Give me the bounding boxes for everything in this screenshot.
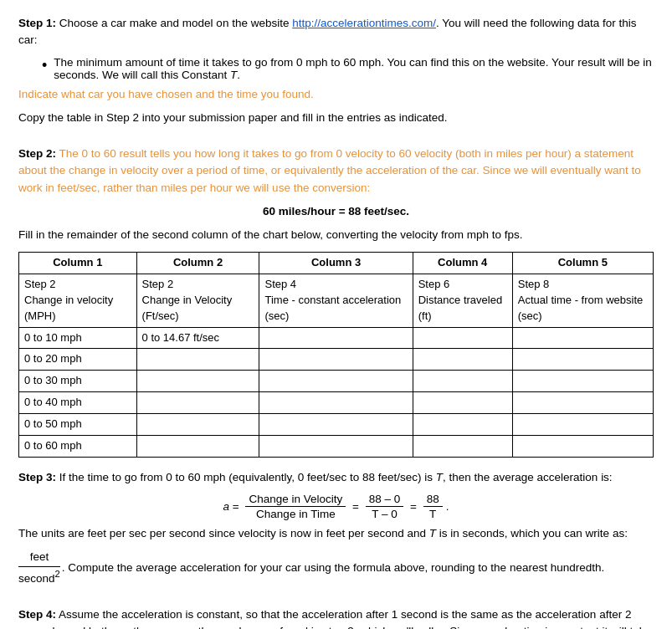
col3-header: Column 3 [259, 253, 413, 274]
col4-cell [413, 392, 512, 414]
col2-cell: 0 to 14.67 ft/sec [136, 327, 259, 349]
step2-text1: The 0 to 60 result tells you how long it… [18, 147, 641, 194]
step1-text1: Choose a car make and model on the websi… [56, 17, 292, 29]
col2-header: Column 2 [136, 253, 259, 274]
table-row: 0 to 30 mph [19, 371, 654, 392]
col4-sub: Step 6 Distance traveled (ft) [413, 274, 512, 328]
fraction2-numerator: 88 – 0 [366, 493, 404, 507]
col2-sub: Step 2 Change in Velocity (Ft/sec) [136, 274, 259, 328]
col4-cell [413, 327, 512, 349]
fraction3-denominator: T [426, 507, 439, 520]
fraction-1: Change in Velocity Change in Time [245, 493, 346, 520]
col1-cell: 0 to 50 mph [19, 414, 137, 436]
step1-paragraph: Step 1: Choose a car make and model on t… [18, 15, 654, 49]
col1-cell: 0 to 40 mph [19, 392, 137, 414]
step1-link[interactable]: http://accelerationtimes.com/ [292, 17, 436, 29]
fraction-2: 88 – 0 T – 0 [366, 493, 404, 520]
col3-cell [259, 435, 413, 457]
col1-sub: Step 2 Change in velocity (MPH) [19, 274, 137, 328]
col2-cell [136, 435, 259, 457]
step2-text2: Fill in the remainder of the second colu… [18, 227, 654, 243]
table-row: 0 to 50 mph [19, 414, 654, 436]
col3-sub: Step 4 Time - constant acceleration (sec… [259, 274, 413, 328]
col3-cell [259, 392, 413, 414]
step1-bullet-text: The minimum amount of time it takes to g… [54, 56, 654, 81]
step2-formula-center: 60 miles/hour = 88 feet/sec. [18, 203, 654, 220]
col4-cell [413, 349, 512, 371]
step3-T: T [436, 471, 443, 483]
col4-header: Column 4 [413, 253, 512, 274]
col5-header: Column 5 [512, 253, 653, 274]
col1-header: Column 1 [19, 253, 137, 274]
col5-cell [512, 371, 653, 392]
step1-indicate: Indicate what car you have chosen and th… [18, 86, 654, 103]
table-subheader-row: Step 2 Change in velocity (MPH) Step 2 C… [19, 274, 654, 328]
step2-paragraph: Step 2: The 0 to 60 result tells you how… [18, 146, 654, 197]
col3-cell [259, 414, 413, 436]
col3-cell [259, 349, 413, 371]
col5-cell [512, 392, 653, 414]
formula-eq2: = [407, 500, 419, 513]
step3-text1: If the time to go from 0 to 60 mph (equi… [56, 471, 436, 483]
step4-label: Step 4: [18, 608, 56, 621]
col5-cell [512, 349, 653, 371]
table-header-row: Column 1 Column 2 Column 3 Column 4 Colu… [19, 253, 654, 274]
formula-a: a = [223, 500, 243, 513]
col1-cell: 0 to 10 mph [19, 327, 137, 349]
table-row: 0 to 20 mph [19, 349, 654, 371]
step2-label: Step 2: [18, 147, 56, 160]
col5-cell [512, 435, 653, 457]
step1-bullet: • The minimum amount of time it takes to… [42, 56, 654, 81]
step3-paragraph: Step 3: If the time to go from 0 to 60 m… [18, 469, 654, 486]
step3-label: Step 3: [18, 471, 56, 483]
col2-cell [136, 392, 259, 414]
col4-cell [413, 435, 512, 457]
fraction-3: 88 T [423, 493, 443, 520]
step1-copy: Copy the table in Step 2 into your submi… [18, 110, 654, 126]
fraction3-numerator: 88 [423, 493, 443, 507]
formula-period: . [446, 500, 449, 513]
col2-cell [136, 414, 259, 436]
step4-paragraph: Step 4: Assume the acceleration is const… [18, 606, 654, 629]
col4-cell [413, 414, 512, 436]
col4-cell [413, 371, 512, 392]
feet-per-second-fraction: feetsecond2 [18, 549, 60, 587]
table-row: 0 to 10 mph0 to 14.67 ft/sec [19, 327, 654, 349]
step3-fraction-text: feetsecond2. Compute the average acceler… [18, 549, 654, 587]
step3-text2: , then the average acceleration is: [443, 471, 613, 483]
col5-sub: Step 8 Actual time - from website (sec) [512, 274, 653, 328]
col2-cell [136, 371, 259, 392]
table-row: 0 to 60 mph [19, 435, 654, 457]
col3-cell [259, 327, 413, 349]
formula-eq1: = [349, 500, 362, 513]
col5-cell [512, 327, 653, 349]
col2-cell [136, 349, 259, 371]
col5-cell [512, 414, 653, 436]
table-row: 0 to 40 mph [19, 392, 654, 414]
data-table: Column 1 Column 2 Column 3 Column 4 Colu… [18, 252, 654, 457]
step3-text3: The units are feet per sec per second si… [18, 525, 654, 542]
col1-cell: 0 to 20 mph [19, 349, 137, 371]
col3-cell [259, 371, 413, 392]
fraction1-denominator: Change in Time [253, 507, 339, 520]
fraction2-denominator: T – 0 [368, 507, 401, 520]
table-body: 0 to 10 mph0 to 14.67 ft/sec0 to 20 mph0… [19, 327, 654, 457]
col1-cell: 0 to 30 mph [19, 371, 137, 392]
bullet-dot: • [42, 56, 47, 75]
fraction1-numerator: Change in Velocity [245, 493, 346, 507]
step3-formula: a = Change in Velocity Change in Time = … [18, 493, 654, 520]
col1-cell: 0 to 60 mph [19, 435, 137, 457]
step1-label: Step 1: [18, 17, 56, 29]
